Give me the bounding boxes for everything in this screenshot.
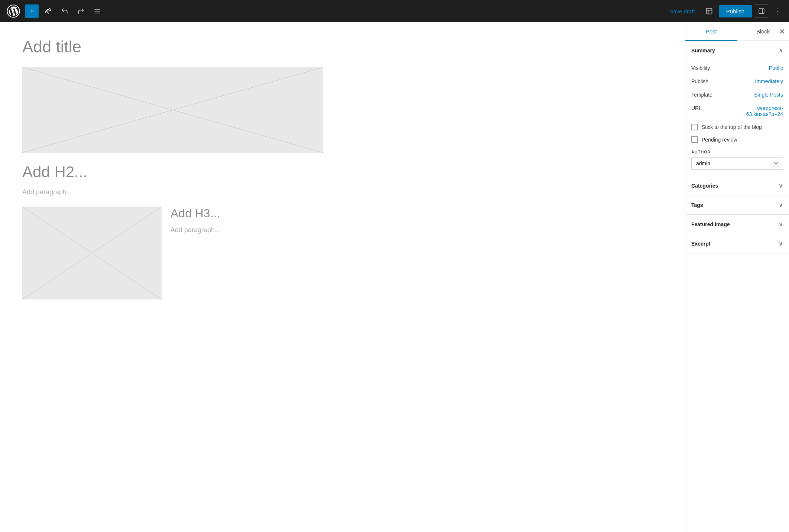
- pending-review-row: Pending review: [691, 133, 783, 146]
- excerpt-panel-title: Excerpt: [691, 241, 710, 247]
- url-label: URL: [691, 105, 702, 111]
- close-sidebar-button[interactable]: ✕: [779, 27, 785, 36]
- summary-panel-body: Visibility Public Publish Immediately Te…: [685, 60, 789, 176]
- excerpt-chevron-down-icon: [779, 240, 783, 247]
- main-layout: Add title Add H2... Add paragraph... Add…: [0, 22, 789, 532]
- template-row: Template Single Posts: [691, 88, 783, 101]
- editor-area: Add title Add H2... Add paragraph... Add…: [0, 22, 685, 532]
- author-select[interactable]: admin: [691, 157, 783, 170]
- template-label: Template: [691, 92, 712, 98]
- undo-button[interactable]: [58, 4, 71, 18]
- tools-button[interactable]: [42, 4, 55, 18]
- sidebar: Post Block ✕ Summary Visibility Public P…: [685, 22, 789, 532]
- save-draft-button[interactable]: Save draft: [665, 6, 699, 17]
- topbar: + Save draft Publish: [0, 0, 789, 22]
- view-button[interactable]: [702, 4, 716, 18]
- svg-rect-10: [759, 9, 764, 14]
- sidebar-tabs: Post Block ✕: [685, 22, 789, 41]
- publish-row: Publish Immediately: [691, 75, 783, 88]
- stick-to-top-label: Stick to the top of the blog: [702, 124, 762, 130]
- categories-panel-title: Categories: [691, 183, 718, 189]
- visibility-row: Visibility Public: [691, 61, 783, 75]
- list-view-button[interactable]: [91, 4, 104, 18]
- publish-button[interactable]: Publish: [719, 5, 752, 17]
- pending-review-label: Pending review: [702, 137, 737, 143]
- summary-chevron-up-icon: [779, 47, 783, 54]
- author-section-label: AUTHOR: [691, 150, 783, 154]
- featured-image-panel-title: Featured image: [691, 221, 730, 227]
- visibility-label: Visibility: [691, 65, 710, 71]
- visibility-value[interactable]: Public: [769, 65, 783, 71]
- tags-panel: Tags: [685, 195, 789, 215]
- excerpt-panel: Excerpt: [685, 234, 789, 253]
- featured-image-chevron-down-icon: [779, 221, 783, 228]
- image-block-1[interactable]: [22, 67, 323, 153]
- featured-image-panel-header[interactable]: Featured image: [685, 215, 789, 234]
- columns-block: Add H3... Add paragraph...: [22, 207, 663, 299]
- sidebar-toggle-button[interactable]: [755, 4, 768, 18]
- image-block-2[interactable]: [22, 207, 162, 299]
- add-block-button[interactable]: +: [25, 4, 39, 18]
- url-row: URL wordpress-63.kinsta/?p=24: [691, 101, 783, 121]
- categories-panel-header[interactable]: Categories: [685, 176, 789, 195]
- redo-button[interactable]: [74, 4, 88, 18]
- tags-panel-header[interactable]: Tags: [685, 195, 789, 214]
- svg-rect-7: [706, 9, 712, 14]
- url-value[interactable]: wordpress-63.kinsta/?p=24: [746, 105, 783, 117]
- paragraph-placeholder-2[interactable]: Add paragraph...: [171, 226, 663, 234]
- featured-image-panel: Featured image: [685, 215, 789, 234]
- paragraph-placeholder-1[interactable]: Add paragraph...: [22, 188, 663, 196]
- post-title-placeholder[interactable]: Add title: [22, 37, 663, 57]
- tags-chevron-down-icon: [779, 201, 783, 208]
- pending-review-checkbox[interactable]: [691, 136, 698, 143]
- sidebar-content: Summary Visibility Public Publish Immedi…: [685, 41, 789, 532]
- more-options-button[interactable]: ⋮: [771, 5, 785, 17]
- excerpt-panel-header[interactable]: Excerpt: [685, 234, 789, 253]
- publish-value[interactable]: Immediately: [755, 78, 783, 84]
- stick-to-top-checkbox[interactable]: [691, 124, 698, 130]
- wp-logo: [4, 0, 22, 22]
- column-text: Add H3... Add paragraph...: [171, 207, 663, 244]
- categories-panel: Categories: [685, 176, 789, 195]
- template-value[interactable]: Single Posts: [754, 92, 783, 98]
- summary-panel-title: Summary: [691, 48, 715, 53]
- h3-placeholder[interactable]: Add H3...: [171, 207, 663, 220]
- stick-to-top-row: Stick to the top of the blog: [691, 121, 783, 133]
- tab-post[interactable]: Post: [685, 22, 737, 40]
- categories-chevron-down-icon: [779, 182, 783, 189]
- summary-panel: Summary Visibility Public Publish Immedi…: [685, 41, 789, 176]
- publish-label: Publish: [691, 78, 708, 84]
- h2-placeholder[interactable]: Add H2...: [22, 163, 663, 181]
- tags-panel-title: Tags: [691, 202, 703, 208]
- summary-panel-header[interactable]: Summary: [685, 41, 789, 60]
